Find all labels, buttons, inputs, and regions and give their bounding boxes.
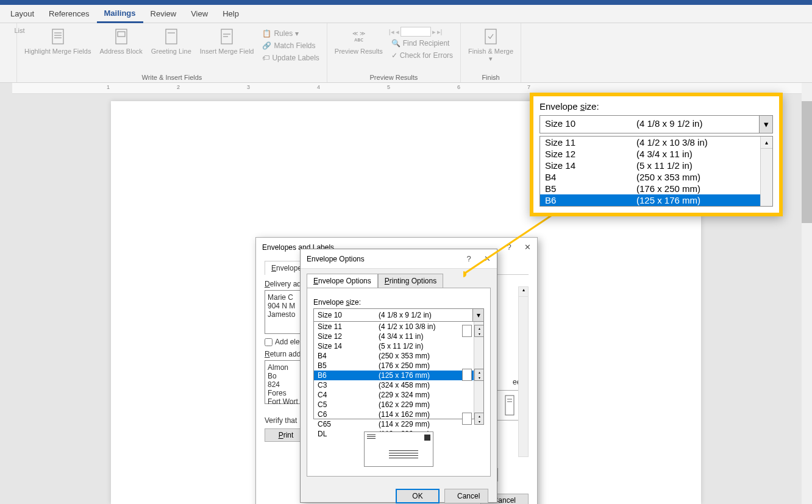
tab-review[interactable]: Review (143, 5, 184, 22)
size-option-c65[interactable]: C65(114 x 229 mm) (314, 419, 474, 429)
spinner-3[interactable]: ▴▾ (462, 413, 484, 425)
chevron-down-icon-callout[interactable]: ▾ (759, 116, 772, 133)
return-address-input[interactable]: Almon Bo824 ForesFort Wort (265, 360, 301, 404)
tab-references[interactable]: References (41, 5, 96, 22)
group-write-insert-label: Write & Insert Fields (22, 73, 322, 81)
address-block-button[interactable]: Address Block (97, 26, 144, 56)
callout-dropdown: Size 11(4 1/2 x 10 3/8 in)Size 12(4 3/4 … (540, 136, 773, 207)
last-record-icon[interactable]: ▸| (437, 28, 443, 36)
envelope-feed-icon (500, 394, 519, 416)
dialog1-scrollbar[interactable]: ▴ (518, 286, 529, 457)
size-option-b6[interactable]: B6(125 x 176 mm) (314, 371, 474, 380)
tab-printing-options[interactable]: Printing Options (378, 274, 443, 288)
group-preview-label: Preview Results (332, 73, 455, 81)
envelope-options-dialog: Envelope Options ? ✕ Envelope Options Pr… (300, 249, 497, 503)
callout-zoom: Envelope size: Size 10 (4 1/8 x 9 1/2 in… (530, 93, 783, 216)
size-option-b5[interactable]: B5(176 x 250 mm) (314, 361, 474, 371)
callout-option-b6[interactable]: B6(125 x 176 mm) (540, 194, 760, 206)
tab-envelope-options[interactable]: Envelope Options (307, 274, 378, 288)
tab-help[interactable]: Help (215, 5, 246, 22)
check-icon: ✓ (391, 51, 397, 60)
delivery-address-input[interactable]: Marie C904 N MJamesto (265, 290, 301, 334)
callout-scrollbar[interactable]: ▴ (760, 137, 772, 206)
scroll-up-icon-callout[interactable]: ▴ (761, 137, 772, 149)
rules-icon: 📋 (262, 29, 271, 38)
check-errors-button[interactable]: ✓Check for Errors (389, 50, 455, 61)
update-icon: 🏷 (262, 54, 269, 62)
callout-option-size-11[interactable]: Size 11(4 1/2 x 10 3/8 in) (540, 137, 760, 148)
find-recipient-button[interactable]: 🔍Find Recipient (389, 38, 455, 49)
envelope-preview (364, 431, 433, 467)
callout-combo[interactable]: Size 10 (4 1/8 x 9 1/2 in) ▾ (540, 115, 773, 133)
ribbon-tabs: Layout References Mailings Review View H… (0, 5, 812, 23)
first-record-icon[interactable]: |◂ (389, 28, 394, 36)
callout-option-size-12[interactable]: Size 12(4 3/4 x 11 in) (540, 148, 760, 160)
prev-record-icon[interactable]: ◂ (396, 28, 399, 36)
preview-results-button[interactable]: ≪ ≫ᴀʙᴄ Preview Results (332, 26, 385, 56)
svg-rect-12 (505, 396, 514, 415)
vertical-scrollbar[interactable] (802, 83, 812, 504)
cancel-button-2[interactable]: Cancel (444, 489, 488, 503)
svg-rect-0 (52, 29, 63, 44)
callout-size-label: Envelope size: (533, 96, 779, 115)
ribbon: List Highlight Merge Fields Address Bloc… (0, 23, 812, 83)
record-nav[interactable]: |◂ ◂ ▸ ▸| (389, 27, 455, 37)
match-fields-button[interactable]: 🔗Match Fields (260, 40, 321, 51)
add-electronic-checkbox[interactable] (265, 338, 272, 346)
size-option-size-11[interactable]: Size 11(4 1/2 x 10 3/8 in) (314, 322, 474, 332)
group-finish-label: Finish (466, 73, 516, 81)
callout-option-b5[interactable]: B5(176 x 250 mm) (540, 183, 760, 194)
tab-mailings[interactable]: Mailings (97, 5, 143, 23)
svg-rect-11 (485, 29, 496, 44)
add-electronic-label: Add ele (275, 338, 300, 346)
envelope-size-label: Envelope size: (313, 298, 484, 307)
callout-option-size-14[interactable]: Size 14(5 x 11 1/2 in) (540, 160, 760, 171)
envelope-size-combo[interactable]: Size 10 (4 1/8 x 9 1/2 in) ▾ (313, 308, 484, 322)
spinner-1[interactable]: ▴▾ (462, 325, 484, 337)
ok-button[interactable]: OK (396, 489, 440, 503)
match-icon: 🔗 (262, 41, 271, 50)
svg-rect-5 (118, 32, 125, 37)
spinner-2[interactable]: ▴▾ (462, 369, 484, 381)
size-option-size-12[interactable]: Size 12(4 3/4 x 11 in) (314, 332, 474, 341)
size-option-size-14[interactable]: Size 14(5 x 11 1/2 in) (314, 341, 474, 351)
highlight-merge-fields-button[interactable]: Highlight Merge Fields (22, 26, 93, 56)
callout-option-b4[interactable]: B4(250 x 353 mm) (540, 171, 760, 183)
update-labels-button[interactable]: 🏷Update Labels (260, 52, 321, 63)
envelope-size-dropdown: Size 11(4 1/2 x 10 3/8 in)Size 12(4 3/4 … (313, 322, 484, 419)
finish-merge-button[interactable]: Finish & Merge ▾ (466, 26, 516, 64)
rules-button[interactable]: 📋Rules ▾ (260, 28, 321, 39)
chevron-down-icon[interactable]: ▾ (472, 309, 483, 321)
size-option-c4[interactable]: C4(229 x 324 mm) (314, 390, 474, 400)
options-dialog-title: Envelope Options (307, 255, 365, 263)
size-option-c3[interactable]: C3(324 x 458 mm) (314, 380, 474, 390)
tab-layout[interactable]: Layout (3, 5, 41, 22)
size-option-c6[interactable]: C6(114 x 162 mm) (314, 410, 474, 419)
next-record-icon[interactable]: ▸ (432, 28, 436, 36)
svg-rect-6 (166, 29, 177, 44)
search-icon: 🔍 (391, 39, 401, 48)
tab-view[interactable]: View (183, 5, 215, 22)
greeting-line-button[interactable]: Greeting Line (149, 26, 194, 56)
record-number-input[interactable] (401, 27, 431, 37)
size-option-b4[interactable]: B4(250 x 353 mm) (314, 351, 474, 361)
insert-merge-field-button[interactable]: Insert Merge Field (198, 26, 257, 56)
size-option-c5[interactable]: C5(162 x 229 mm) (314, 400, 474, 410)
